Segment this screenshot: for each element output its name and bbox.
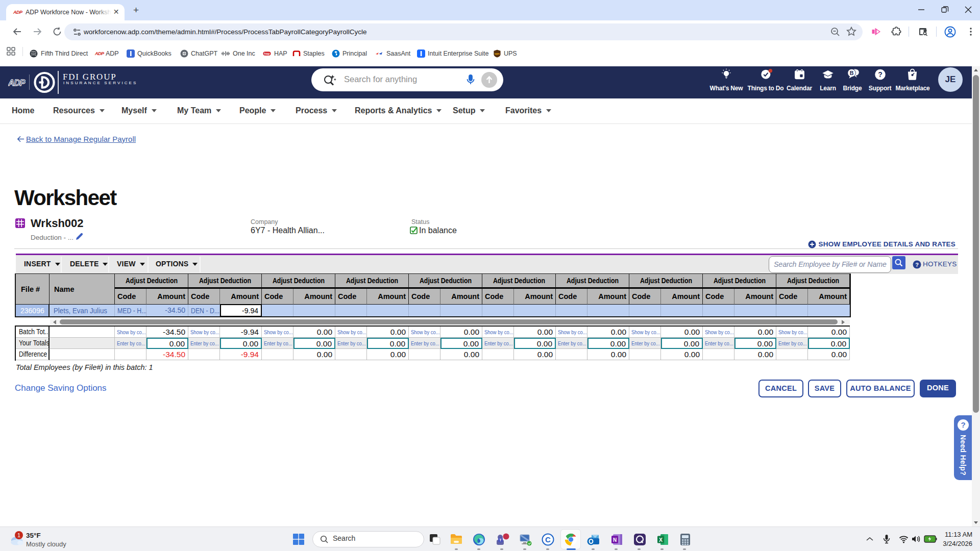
svg-text:T: T	[499, 538, 502, 542]
svg-text:C: C	[545, 535, 551, 544]
svg-text:?: ?	[915, 262, 919, 268]
svg-text:N: N	[613, 537, 617, 543]
svg-text:X: X	[659, 537, 663, 543]
